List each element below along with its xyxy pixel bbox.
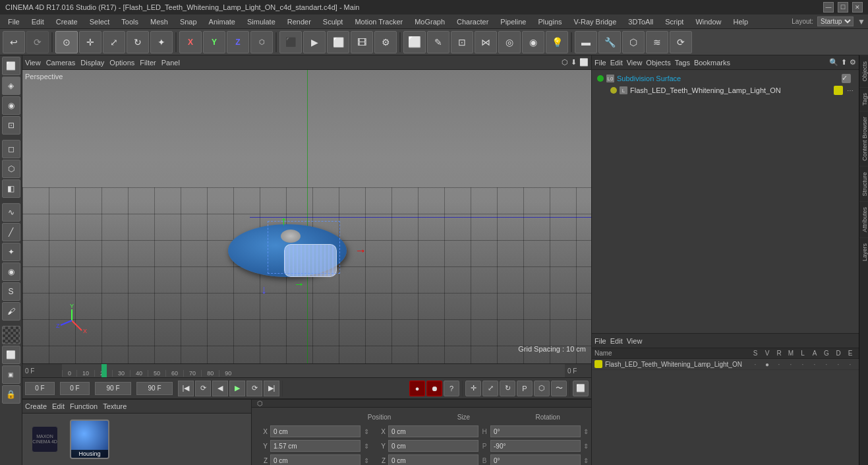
param-key-btn[interactable]: P: [517, 381, 533, 396]
sculpt-btn[interactable]: 🔧: [598, 31, 621, 53]
y-size-input[interactable]: [388, 440, 478, 452]
deformer-btn[interactable]: ⋈: [475, 31, 497, 53]
menu-simulate[interactable]: Simulate: [242, 16, 281, 27]
vp-filter-menu[interactable]: Filter: [140, 59, 156, 67]
obj-dot-v[interactable]: ●: [761, 361, 773, 368]
om-view-menu[interactable]: View: [627, 59, 643, 67]
tab-layers[interactable]: Layers: [859, 237, 868, 266]
y-pos-input[interactable]: [270, 440, 361, 452]
vp-corner-btn3[interactable]: ⬜: [579, 58, 589, 67]
y-rot-input[interactable]: [490, 440, 581, 452]
x-rot-input[interactable]: [490, 425, 581, 437]
layout-select[interactable]: Startup: [817, 16, 854, 26]
range-start-input[interactable]: [60, 382, 90, 395]
menu-select[interactable]: Select: [84, 16, 115, 27]
mat-texture-menu[interactable]: Texture: [103, 402, 127, 410]
mograph-btn[interactable]: ⬡: [622, 31, 645, 53]
go-start-btn[interactable]: |◀: [178, 381, 194, 396]
tab-objects[interactable]: Objects: [859, 55, 868, 87]
y-axis-btn[interactable]: Y: [203, 31, 225, 53]
range-end-input[interactable]: [95, 382, 131, 395]
nurbs-btn[interactable]: ⊡: [451, 31, 473, 53]
object-axis-btn[interactable]: ⬡: [250, 31, 273, 53]
maximize-button[interactable]: ☐: [838, 2, 848, 13]
menu-file[interactable]: File: [3, 16, 25, 27]
cube-btn[interactable]: ⬜: [403, 31, 426, 53]
menu-character[interactable]: Character: [451, 16, 494, 27]
go-end-btn[interactable]: ▶|: [264, 381, 279, 396]
vp-display-menu[interactable]: Display: [80, 59, 104, 67]
mat-create-menu[interactable]: Create: [25, 402, 47, 410]
menu-snap[interactable]: Snap: [175, 16, 202, 27]
timeline-ruler[interactable]: 0 10 20 30 40 50 60 70 80 90: [62, 363, 565, 378]
edge-mode-btn[interactable]: ◉: [2, 96, 20, 115]
step-fwd-btn[interactable]: ⟳: [246, 381, 262, 396]
frame-input[interactable]: [25, 382, 55, 395]
x-axis-btn[interactable]: X: [179, 31, 202, 53]
menu-3dtoall[interactable]: 3DToAll: [623, 16, 658, 27]
step-back-btn[interactable]: ⟳: [195, 381, 211, 396]
close-button[interactable]: ✕: [852, 2, 863, 13]
obj-dot-e[interactable]: ·: [844, 361, 856, 368]
obj-dot-a[interactable]: ·: [809, 361, 821, 368]
menu-script[interactable]: Script: [660, 16, 689, 27]
om-search-icon[interactable]: 🔍: [829, 58, 838, 67]
stamp-btn[interactable]: S: [2, 282, 20, 301]
tab-structure[interactable]: Structure: [859, 166, 868, 202]
paint-mode-btn[interactable]: ◧: [2, 179, 20, 198]
checkerboard-btn[interactable]: [2, 326, 20, 344]
om-expand-icon[interactable]: ⬆: [841, 58, 847, 67]
vp-options-menu[interactable]: Options: [109, 59, 134, 67]
obj-dot-m[interactable]: ·: [785, 361, 797, 368]
poly-mode-btn[interactable]: ◈: [2, 77, 20, 95]
point-mode-btn[interactable]: ⊡: [2, 116, 20, 135]
om2-edit-menu[interactable]: Edit: [610, 337, 623, 345]
menu-animate[interactable]: Animate: [204, 16, 241, 27]
om-bookmarks-menu[interactable]: Bookmarks: [694, 59, 730, 67]
floor-btn[interactable]: ▬: [575, 31, 597, 53]
brush-btn[interactable]: 🖌: [2, 302, 20, 321]
range-end2-input[interactable]: [136, 382, 173, 395]
obj-dot-l[interactable]: ·: [797, 361, 809, 368]
menu-plugins[interactable]: Plugins: [533, 16, 567, 27]
housing-material-swatch[interactable]: Housing: [70, 419, 109, 459]
menu-motion-tracker[interactable]: Motion Tracker: [349, 16, 408, 27]
vp-corner-btn2[interactable]: ⬇: [571, 58, 577, 67]
tab-content-browser[interactable]: Content Browser: [859, 111, 868, 166]
auto-key-btn[interactable]: ⏺: [426, 381, 442, 396]
om-objects-menu[interactable]: Objects: [646, 59, 670, 67]
menu-mograph[interactable]: MoGraph: [409, 16, 450, 27]
dynamics-btn[interactable]: ⟳: [670, 31, 692, 53]
timeline-playhead[interactable]: [101, 363, 107, 378]
cube2-btn[interactable]: ▣: [2, 365, 20, 384]
3d-viewport[interactable]: → ↑ ↓ → X Y Z: [22, 70, 591, 363]
minimize-button[interactable]: —: [823, 2, 834, 13]
om-edit-menu[interactable]: Edit: [610, 59, 623, 67]
menu-create[interactable]: Create: [51, 16, 83, 27]
menu-mesh[interactable]: Mesh: [145, 16, 173, 27]
om2-file-menu[interactable]: File: [594, 337, 606, 345]
tree-item-subdivision[interactable]: L0 Subdivision Surface ✓: [594, 73, 856, 84]
spline-tool-btn[interactable]: ∿: [2, 203, 20, 222]
curve-btn[interactable]: 〜: [551, 381, 567, 396]
hair-btn[interactable]: ≋: [646, 31, 668, 53]
obj-dot-d[interactable]: ·: [832, 361, 844, 368]
menu-tools[interactable]: Tools: [116, 16, 144, 27]
om-config-icon[interactable]: ⚙: [850, 58, 856, 67]
rot-key-btn[interactable]: ↻: [500, 381, 515, 396]
move-tool[interactable]: ✛: [79, 31, 101, 53]
obj-mode-btn[interactable]: ◻: [2, 140, 20, 158]
obj-dot-r[interactable]: ·: [773, 361, 785, 368]
obj-dot-g[interactable]: ·: [821, 361, 832, 368]
transform-tool[interactable]: ✦: [150, 31, 173, 53]
environment-btn[interactable]: ◎: [498, 31, 521, 53]
render-settings-btn[interactable]: ⚙: [374, 31, 397, 53]
pla-key-btn[interactable]: ⬡: [534, 381, 550, 396]
tree-item-lamp[interactable]: L Flash_LED_Teeth_Whitening_Lamp_Light_O…: [594, 84, 856, 96]
vp-panel-menu[interactable]: Panel: [161, 59, 180, 67]
z-axis-btn[interactable]: Z: [227, 31, 249, 53]
om-tags-menu[interactable]: Tags: [675, 59, 690, 67]
x-size-input[interactable]: [388, 425, 478, 437]
motion-clip-btn[interactable]: ⬜: [573, 381, 589, 396]
key-btn[interactable]: ?: [444, 381, 459, 396]
